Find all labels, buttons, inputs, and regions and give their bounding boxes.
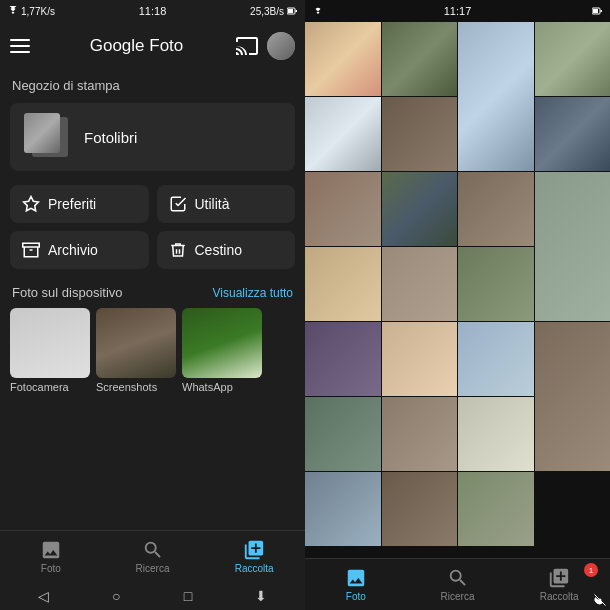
photo-12[interactable]: [305, 247, 381, 321]
right-wifi-icon: [313, 6, 323, 16]
battery-icon: [287, 6, 297, 16]
nav-ricerca-label-right: Ricerca: [441, 591, 475, 602]
foto-icon-left: [40, 539, 62, 561]
nav-foto-right[interactable]: Foto: [305, 559, 407, 610]
right-bottom-nav: Foto Ricerca 1 Raccolta: [305, 558, 610, 610]
menu-button[interactable]: [10, 32, 38, 60]
nav-raccolta-label-left: Raccolta: [235, 563, 274, 574]
photo-15[interactable]: [305, 322, 381, 396]
speed-text: 1,77K/s: [21, 6, 55, 17]
photo-2[interactable]: [382, 22, 458, 96]
right-clock: 11:17: [444, 5, 472, 17]
avatar[interactable]: [267, 32, 295, 60]
photo-20[interactable]: [382, 397, 458, 471]
svg-marker-3: [24, 197, 39, 211]
device-label: Foto sul dispositivo: [12, 285, 123, 300]
photo-16[interactable]: [382, 322, 458, 396]
fotolibri-card[interactable]: Fotolibri: [10, 103, 295, 171]
top-bar: Google Foto: [0, 22, 305, 70]
photo-10[interactable]: [458, 172, 534, 246]
nav-raccolta-right[interactable]: 1 Raccolta: [508, 559, 610, 610]
photo-13[interactable]: [382, 247, 458, 321]
app-title: Google Foto: [38, 36, 235, 56]
svg-rect-9: [593, 9, 598, 13]
photo-11[interactable]: [535, 172, 611, 321]
left-panel: 1,77K/s 11:18 25,3B/s Google Foto Negozi…: [0, 0, 305, 610]
sys-nav: ◁ ○ □ ⬇: [0, 582, 305, 610]
nav-foto-label-right: Foto: [346, 591, 366, 602]
photo-5[interactable]: [305, 97, 381, 171]
grid-buttons: Preferiti Utilità Archivio: [0, 175, 305, 275]
nav-ricerca-left[interactable]: Ricerca: [102, 531, 204, 582]
recent-button[interactable]: □: [184, 588, 192, 604]
status-right: 25,3B/s: [250, 6, 297, 17]
search-icon-right: [447, 567, 469, 589]
left-clock: 11:18: [139, 5, 167, 17]
device-albums: Fotocamera Screenshots WhatsApp: [0, 304, 305, 397]
down-button[interactable]: ⬇: [255, 588, 267, 604]
nav-ricerca-label-left: Ricerca: [136, 563, 170, 574]
right-status-left: [313, 6, 323, 16]
photo-9[interactable]: [382, 172, 458, 246]
cast-icon[interactable]: [235, 34, 259, 58]
left-status-bar: 1,77K/s 11:18 25,3B/s: [0, 0, 305, 22]
right-status-right: [592, 6, 602, 16]
left-bottom-nav: Foto Ricerca Raccolta: [0, 530, 305, 582]
right-battery-icon: [592, 6, 602, 16]
nav-raccolta-left[interactable]: Raccolta: [203, 531, 305, 582]
fotocamera-label: Fotocamera: [10, 381, 90, 393]
nav-raccolta-label-right: Raccolta: [540, 591, 579, 602]
utilita-label: Utilità: [195, 196, 230, 212]
utilita-button[interactable]: Utilità: [157, 185, 296, 223]
cestino-label: Cestino: [195, 242, 242, 258]
photo-19[interactable]: [305, 397, 381, 471]
preferiti-button[interactable]: Preferiti: [10, 185, 149, 223]
photo-14[interactable]: [458, 247, 534, 321]
trash-icon: [169, 241, 187, 259]
status-left: 1,77K/s: [8, 6, 55, 17]
fotolibri-label: Fotolibri: [84, 129, 137, 146]
photo-6[interactable]: [382, 97, 458, 171]
print-shop-label: Negozio di stampa: [0, 70, 305, 99]
archivio-button[interactable]: Archivio: [10, 231, 149, 269]
photo-17[interactable]: [458, 322, 534, 396]
nav-foto-left[interactable]: Foto: [0, 531, 102, 582]
check-square-icon: [169, 195, 187, 213]
home-button[interactable]: ○: [112, 588, 120, 604]
photo-1[interactable]: [305, 22, 381, 96]
whatsapp-label: WhatsApp: [182, 381, 262, 393]
raccolta-icon-right: [548, 567, 570, 589]
right-status-bar: 11:17: [305, 0, 610, 22]
album-whatsapp[interactable]: WhatsApp: [182, 308, 262, 393]
album-screenshots[interactable]: Screenshots: [96, 308, 176, 393]
nav-foto-label-left: Foto: [41, 563, 61, 574]
star-icon: [22, 195, 40, 213]
back-button[interactable]: ◁: [38, 588, 49, 604]
speed-right-text: 25,3B/s: [250, 6, 284, 17]
preferiti-label: Preferiti: [48, 196, 96, 212]
view-all-link[interactable]: Visualizza tutto: [213, 286, 294, 300]
photo-3[interactable]: [458, 22, 534, 171]
photo-8[interactable]: [305, 172, 381, 246]
photo-24[interactable]: [458, 472, 534, 546]
photo-4[interactable]: [535, 22, 611, 96]
photo-7[interactable]: [535, 97, 611, 171]
screenshots-thumb: [96, 308, 176, 378]
raccolta-badge: 1: [584, 563, 598, 577]
photo-22[interactable]: [305, 472, 381, 546]
svg-rect-4: [23, 243, 40, 247]
photo-18[interactable]: [535, 322, 611, 471]
nav-ricerca-right[interactable]: Ricerca: [407, 559, 509, 610]
fotolibri-thumb: [24, 113, 72, 161]
archivio-label: Archivio: [48, 242, 98, 258]
photo-23[interactable]: [382, 472, 458, 546]
album-fotocamera[interactable]: Fotocamera: [10, 308, 90, 393]
archive-icon: [22, 241, 40, 259]
cestino-button[interactable]: Cestino: [157, 231, 296, 269]
search-icon-left: [142, 539, 164, 561]
photo-21[interactable]: [458, 397, 534, 471]
device-header: Foto sul dispositivo Visualizza tutto: [0, 275, 305, 304]
whatsapp-thumb: [182, 308, 262, 378]
foto-icon-right: [345, 567, 367, 589]
wifi-icon: [8, 6, 18, 16]
